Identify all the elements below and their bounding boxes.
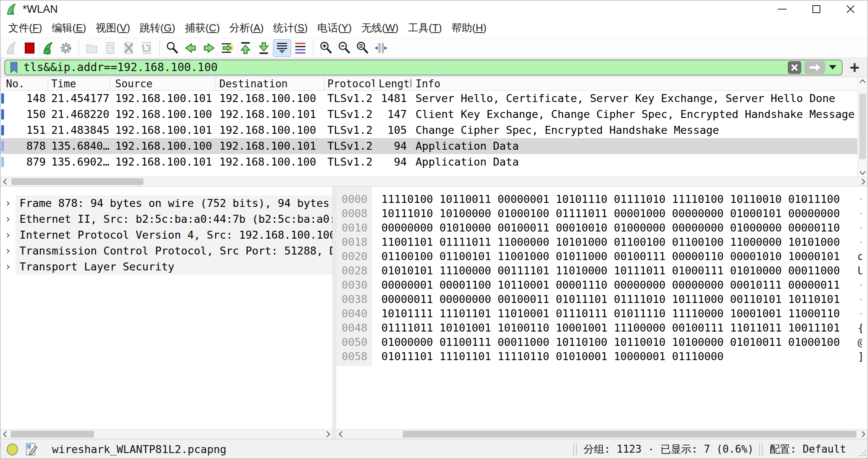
cell-info: Server Hello, Certificate, Server Key Ex… — [412, 91, 868, 106]
scroll-left-arrow[interactable] — [1, 430, 11, 439]
scroll-thumb[interactable] — [859, 94, 866, 159]
display-filter-input[interactable] — [21, 60, 788, 75]
filter-dropdown-chevron-icon[interactable] — [829, 65, 836, 69]
detail-row-1[interactable]: ›Ethernet II, Src: b2:5c:ba:a0:44:7b (b2… — [0, 211, 333, 227]
menu-y[interactable]: 电话(Y) — [313, 21, 357, 35]
menu-w[interactable]: 无线(W) — [356, 21, 403, 35]
byte-row-0058[interactable]: 005801011101 11101101 11110110 01010001 … — [336, 349, 868, 364]
bytes-horizontal-scrollbar[interactable] — [336, 429, 868, 439]
packet-list-vertical-scrollbar[interactable] — [857, 77, 868, 177]
column-header-len[interactable]: Length — [375, 77, 412, 90]
filter-apply-button[interactable] — [804, 61, 825, 74]
packet-row-148[interactable]: 14821.454177192.168.100.101192.168.100.1… — [0, 91, 868, 106]
filter-bookmark-icon[interactable] — [9, 62, 19, 73]
zoom-in-button[interactable] — [317, 39, 335, 57]
byte-row-0048[interactable]: 004801111011 10101001 10100110 10001001 … — [336, 321, 868, 335]
menu-g[interactable]: 跳转(G) — [135, 21, 180, 35]
scroll-right-arrow[interactable] — [322, 430, 332, 439]
menu-a[interactable]: 分析(A) — [224, 21, 269, 35]
go-to-packet-button[interactable] — [218, 39, 236, 57]
byte-row-0000[interactable]: 000011110100 10110011 00000001 10101110 … — [336, 192, 868, 206]
scroll-down-arrow[interactable] — [857, 166, 868, 177]
column-header-src[interactable]: Source — [110, 77, 215, 90]
byte-row-0010[interactable]: 001000000000 01010000 00100011 00010010 … — [336, 221, 868, 235]
detail-row-4[interactable]: ›Transport Layer Security — [0, 259, 333, 275]
byte-row-0030[interactable]: 003000000001 00001100 10110001 00001110 … — [336, 278, 868, 292]
auto-scroll-button[interactable] — [273, 39, 291, 57]
column-header-dst[interactable]: Destination — [215, 77, 324, 90]
packet-row-879[interactable]: 879135.6902…192.168.100.101192.168.100.1… — [0, 154, 868, 170]
go-last-button[interactable] — [255, 39, 273, 57]
detail-row-3[interactable]: ›Transmission Control Protocol, Src Port… — [0, 243, 333, 259]
byte-row-0008[interactable]: 000810111010 10100000 01000100 01111011 … — [336, 206, 868, 221]
capture-restart-button[interactable] — [39, 39, 57, 57]
byte-offset: 0018 — [336, 235, 372, 249]
column-header-proto[interactable]: Protocol — [324, 77, 375, 90]
byte-row-0018[interactable]: 001811001101 01111011 11000000 10101000 … — [336, 235, 868, 249]
menu-v[interactable]: 视图(V) — [91, 21, 135, 35]
detail-row-0[interactable]: ›Frame 878: 94 bytes on wire (752 bits),… — [0, 195, 333, 211]
scroll-right-arrow[interactable] — [857, 430, 867, 439]
byte-row-0050[interactable]: 005001000000 01100111 00011000 10110100 … — [336, 335, 868, 349]
go-first-button[interactable] — [236, 39, 255, 57]
resize-grip[interactable] — [858, 448, 867, 459]
packet-list-horizontal-scrollbar[interactable] — [0, 177, 868, 186]
details-horizontal-scrollbar[interactable] — [0, 429, 333, 439]
zoom-normal-button[interactable] — [354, 39, 372, 57]
expand-chevron-icon[interactable]: › — [0, 211, 15, 227]
menu-h[interactable]: 帮助(H) — [447, 21, 491, 35]
minimize-button[interactable] — [765, 0, 799, 18]
scroll-up-arrow[interactable] — [857, 77, 868, 87]
menu-t[interactable]: 工具(T) — [403, 21, 447, 35]
expert-info-button[interactable] — [6, 443, 19, 456]
go-forward-button[interactable] — [200, 39, 218, 57]
close-button[interactable] — [833, 0, 868, 18]
packet-row-151[interactable]: 15121.483845192.168.100.101192.168.100.1… — [0, 122, 868, 138]
expand-chevron-icon[interactable]: › — [0, 195, 15, 211]
scroll-thumb[interactable] — [403, 431, 856, 438]
menu-e[interactable]: 编辑(E) — [47, 21, 91, 35]
byte-offset: 0050 — [336, 335, 372, 349]
menu-f[interactable]: 文件(F) — [4, 21, 47, 35]
packet-row-150[interactable]: 15021.468220192.168.100.100192.168.100.1… — [0, 106, 868, 122]
display-filter-field[interactable] — [4, 60, 843, 75]
packet-row-878[interactable]: 878135.6840…192.168.100.100192.168.100.1… — [0, 138, 868, 154]
capture-comment-icon — [25, 443, 38, 456]
column-header-time[interactable]: Time — [48, 77, 110, 90]
expert-info-icon — [6, 443, 19, 456]
maximize-button[interactable] — [799, 0, 833, 18]
byte-offset: 0010 — [336, 221, 372, 235]
capture-stop-button[interactable] — [20, 39, 39, 57]
expand-chevron-icon[interactable]: › — [0, 243, 15, 259]
capture-comment-button[interactable] — [25, 443, 38, 456]
resize-columns-button[interactable] — [372, 39, 390, 57]
colorize-button[interactable] — [291, 39, 309, 57]
find-packet-button[interactable] — [163, 39, 182, 57]
byte-row-0040[interactable]: 004010101111 11101101 11010001 01110111 … — [336, 307, 868, 321]
byte-row-0028[interactable]: 002801010101 11100000 00111101 11010000 … — [336, 264, 868, 278]
detail-row-2[interactable]: ›Internet Protocol Version 4, Src: 192.1… — [0, 227, 333, 243]
capture-options-button[interactable] — [57, 39, 75, 57]
filter-add-button[interactable]: + — [850, 60, 860, 75]
menu-s[interactable]: 统计(S) — [269, 21, 313, 35]
capture-filename[interactable]: wireshark_WLANTP81L2.pcapng — [52, 443, 226, 455]
cell-time: 21.468220 — [48, 106, 110, 122]
profile-selector[interactable]: 配置: Default — [769, 442, 846, 456]
expand-chevron-icon[interactable]: › — [0, 259, 15, 275]
column-header-no[interactable]: No. — [0, 77, 48, 90]
byte-row-0038[interactable]: 003800000011 00000000 00100011 01011101 … — [336, 292, 868, 307]
filter-clear-button[interactable] — [788, 61, 801, 74]
scroll-thumb[interactable] — [12, 178, 143, 185]
scroll-right-arrow[interactable] — [857, 177, 867, 186]
go-back-button[interactable] — [182, 39, 200, 57]
scroll-left-arrow[interactable] — [337, 430, 346, 439]
scroll-left-arrow[interactable] — [1, 177, 11, 186]
byte-bits: 10101111 11101101 11010001 01110111 0101… — [381, 307, 840, 320]
byte-row-0020[interactable]: 002001100100 01100101 11001000 01011000 … — [336, 249, 868, 264]
zoom-out-button[interactable] — [335, 39, 354, 57]
expand-chevron-icon[interactable]: › — [0, 227, 15, 243]
column-header-info[interactable]: Info — [412, 77, 868, 90]
pane-splitter[interactable] — [333, 187, 336, 439]
scroll-thumb[interactable] — [11, 431, 94, 438]
menu-c[interactable]: 捕获(C) — [180, 21, 224, 35]
